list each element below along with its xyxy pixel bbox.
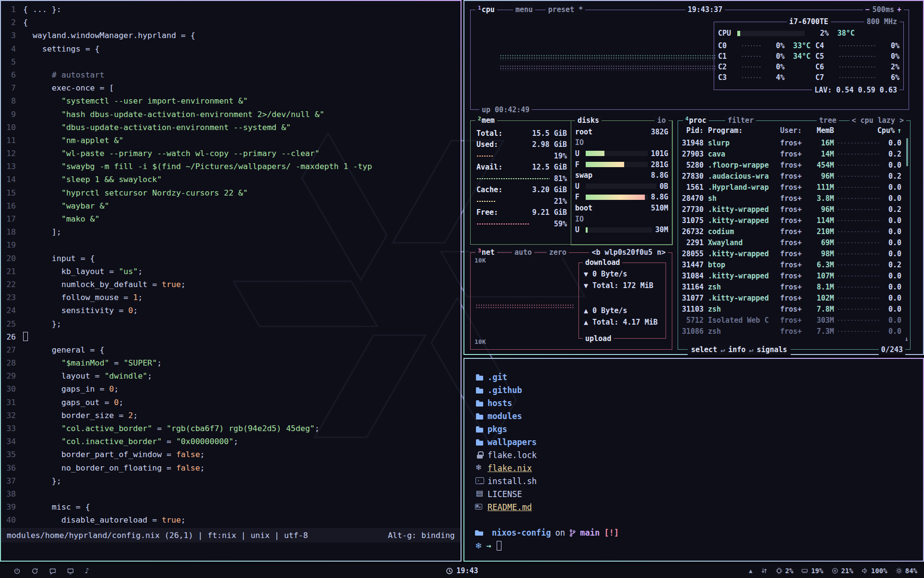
process-row[interactable]: 27830.audacious-wrafros+96M0.2 xyxy=(682,171,901,182)
code-line[interactable]: 39 misc = { xyxy=(1,500,461,513)
proc-header[interactable]: Pid: Program: User: MemB Cpu% ↑ xyxy=(682,125,901,136)
reload-icon[interactable] xyxy=(31,567,38,575)
interval-decrease[interactable]: − xyxy=(865,5,870,14)
code-line[interactable]: 34 "col.inactive_border" = "0x00000000"; xyxy=(1,435,461,448)
menu-button[interactable]: menu xyxy=(513,4,535,15)
proc-sort-selector[interactable]: < cpu lazy > xyxy=(849,115,906,126)
code-area[interactable]: 1{ ... }:2{3 wayland.windowManager.hyprl… xyxy=(1,3,461,527)
code-line[interactable]: 19 xyxy=(1,238,461,251)
process-row[interactable]: 26732codiumfros+210M0.0 xyxy=(682,226,901,237)
code-line[interactable]: 20 input = { xyxy=(1,252,461,265)
proc-footer-actions[interactable]: select↵info↵signals xyxy=(688,344,791,355)
taskbar-clock[interactable]: 19:43 xyxy=(446,566,478,575)
net-zero-button[interactable]: zero xyxy=(547,247,569,258)
process-row[interactable]: 31086zshfros+7.3M0.0 xyxy=(682,326,901,337)
code-line[interactable]: 22 numlock_by_default = true; xyxy=(1,278,461,291)
code-line[interactable]: 8 "systemctl --user import-environment &… xyxy=(1,94,461,107)
cpu-usage-module[interactable]: 2% xyxy=(776,567,794,575)
code-line[interactable]: 38 xyxy=(1,487,461,500)
code-line[interactable]: 11 "nm-applet &" xyxy=(1,134,461,147)
sort-direction-icon[interactable]: ↑ xyxy=(895,126,901,135)
scroll-down-icon[interactable]: ↓ xyxy=(905,335,909,342)
process-row[interactable]: 31075.kitty-wrappedfros+114M0.0 xyxy=(682,215,901,226)
code-line[interactable]: 21 kb_layout = "us"; xyxy=(1,265,461,278)
code-line[interactable]: 29 layout = "dwindle"; xyxy=(1,369,461,382)
disks-io-toggle[interactable]: io xyxy=(654,115,668,126)
tray-expand-icon[interactable]: ▴ xyxy=(749,566,753,575)
net-box-title[interactable]: 3net xyxy=(475,247,497,258)
code-line[interactable]: 23 follow_mouse = 1; xyxy=(1,291,461,304)
shell-input-line[interactable]: ❄ → xyxy=(475,541,923,551)
code-line[interactable]: 27 general = { xyxy=(1,343,461,356)
header-memory[interactable]: MemB xyxy=(809,126,834,135)
code-line[interactable]: 31 gaps_out = 0; xyxy=(1,396,461,409)
update-interval-control[interactable]: −500ms+ xyxy=(863,4,904,15)
mem-box-title[interactable]: 2mem xyxy=(475,115,497,126)
code-line[interactable]: 16 "waybar &" xyxy=(1,199,461,212)
process-row[interactable]: 5712Isolated Web Cfros+303M0.0 xyxy=(682,315,901,326)
code-line[interactable]: 1{ ... }: xyxy=(1,3,461,16)
code-line[interactable]: 10 "dbus-update-activation-environment -… xyxy=(1,121,461,134)
net-interface-selector[interactable]: <b wlp0s20f0u5 n> xyxy=(589,247,668,258)
volume-module[interactable]: 100% xyxy=(861,567,887,575)
code-line[interactable]: 36 no_border_on_floating = false; xyxy=(1,461,461,474)
code-line[interactable]: 25 }; xyxy=(1,317,461,330)
code-line[interactable]: 3 wayland.windowManager.hyprland = { xyxy=(1,29,461,42)
info-action[interactable]: info xyxy=(728,345,745,354)
code-line[interactable]: 32 border_size = 2; xyxy=(1,409,461,422)
header-pid[interactable]: Pid: xyxy=(682,126,708,135)
proc-tree-button[interactable]: tree xyxy=(817,115,839,126)
code-line[interactable]: 9 "hash dbus-update-activation-environme… xyxy=(1,108,461,121)
process-row[interactable]: 31084.kitty-wrappedfros+107M0.0 xyxy=(682,270,901,281)
disks-title[interactable]: disks xyxy=(575,115,602,126)
code-line[interactable]: 35 border_part_of_window = false; xyxy=(1,448,461,461)
brightness-module[interactable]: 84% xyxy=(896,567,917,575)
code-line[interactable]: 7 exec-once = [ xyxy=(1,81,461,94)
process-row[interactable]: 31164zshfros+8.1M0.0 xyxy=(682,281,901,292)
code-line[interactable]: 12 "wl-paste --primary --watch wl-copy -… xyxy=(1,147,461,160)
process-list[interactable]: 31948slurpfros+16M0.027903cavafros+14M0.… xyxy=(682,137,901,342)
process-row[interactable]: 28470shfros+3.8M0.0 xyxy=(682,193,901,204)
code-line[interactable]: 30 gaps_in = 0; xyxy=(1,382,461,395)
code-line[interactable]: 18 ]; xyxy=(1,225,461,238)
process-row[interactable]: 5280.floorp-wrappefros+454M0.0 xyxy=(682,159,901,171)
cpu-box-title[interactable]: 1cpu xyxy=(475,4,497,15)
code-line[interactable]: 26 xyxy=(1,330,461,343)
code-line[interactable]: 14 "sleep 1 && swaylock" xyxy=(1,173,461,186)
signals-action[interactable]: signals xyxy=(757,345,787,354)
process-row[interactable]: 2291Xwaylandfros+69M0.0 xyxy=(682,237,901,248)
header-user[interactable]: User: xyxy=(780,126,809,135)
proc-filter-button[interactable]: filter xyxy=(725,115,756,126)
header-program[interactable]: Program: xyxy=(708,126,780,135)
process-row[interactable]: 31948slurpfros+16M0.0 xyxy=(682,137,901,148)
code-line[interactable]: 13 "swaybg -m fill -i $(find ~/Pictures/… xyxy=(1,160,461,173)
header-cpu[interactable]: Cpu% xyxy=(876,126,895,135)
interval-increase[interactable]: + xyxy=(897,5,901,14)
network-icon[interactable] xyxy=(761,567,768,574)
code-line[interactable]: 40 disable_autoreload = true; xyxy=(1,513,461,526)
preset-button[interactable]: preset * xyxy=(546,4,585,15)
select-action[interactable]: select xyxy=(691,345,717,354)
chat-icon[interactable] xyxy=(49,567,56,575)
process-row[interactable]: 31103zshfros+7.8M0.0 xyxy=(682,303,901,315)
code-line[interactable]: 2{ xyxy=(1,16,461,29)
net-auto-button[interactable]: auto xyxy=(512,247,534,258)
process-row[interactable]: 27730.kitty-wrappedfros+96M0.2 xyxy=(682,204,901,215)
code-line[interactable]: 15 "hyprctl setcursor Nordzy-cursors 22 … xyxy=(1,186,461,199)
memory-usage-module[interactable]: 19% xyxy=(801,567,823,575)
process-row[interactable]: 27903cavafros+14M0.2 xyxy=(682,148,901,159)
code-line[interactable]: 24 sensitivity = 0; xyxy=(1,304,461,317)
proc-scrollbar[interactable] xyxy=(906,138,908,166)
code-line[interactable]: 37 }; xyxy=(1,474,461,487)
code-line[interactable]: 28 "$mainMod" = "SUPER"; xyxy=(1,356,461,369)
power-icon[interactable] xyxy=(13,567,21,575)
code-line[interactable]: 17 "mako &" xyxy=(1,212,461,225)
code-line[interactable]: 6 # autostart xyxy=(1,68,461,81)
disk-usage-module[interactable]: 21% xyxy=(832,567,853,575)
code-line[interactable]: 33 "col.active_border" = "rgb(cba6f7) rg… xyxy=(1,422,461,435)
code-line[interactable]: 5 xyxy=(1,55,461,68)
music-icon[interactable]: ♪ xyxy=(85,566,90,575)
process-row[interactable]: 1561.Hyprland-wrapfros+111M0.0 xyxy=(682,182,901,193)
process-row[interactable]: 31077.kitty-wrappedfros+102M0.0 xyxy=(682,292,901,303)
code-line[interactable]: 4 settings = { xyxy=(1,42,461,55)
